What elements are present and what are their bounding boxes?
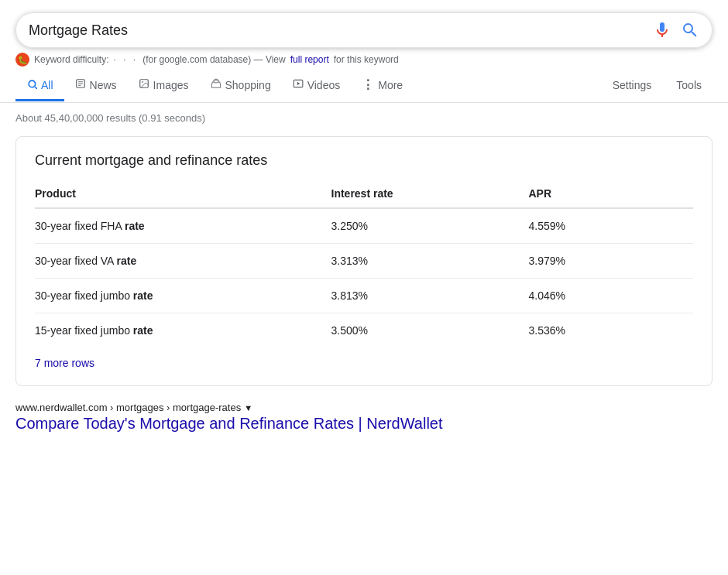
keyword-prefix: Keyword difficulty: xyxy=(34,54,109,65)
mic-icon xyxy=(653,21,671,39)
cell-apr: 3.979% xyxy=(529,244,694,279)
search-button[interactable] xyxy=(681,21,699,39)
tab-images-label: Images xyxy=(153,79,189,91)
cell-interest: 3.313% xyxy=(331,244,529,279)
tab-tools[interactable]: Tools xyxy=(665,71,713,101)
tab-shopping-label: Shopping xyxy=(225,79,271,91)
cell-product: 30-year fixed VA rate xyxy=(35,244,331,279)
table-row: 30-year fixed jumbo rate3.813%4.046% xyxy=(35,279,693,313)
videos-tab-icon xyxy=(293,78,304,91)
tab-right-group: Settings Tools xyxy=(602,71,713,101)
col-product: Product xyxy=(35,181,331,208)
more-tab-icon: ⋮ xyxy=(362,77,374,92)
cell-interest: 3.813% xyxy=(331,279,529,313)
tab-all-label: All xyxy=(41,79,53,91)
result-url-text: www.nerdwallet.com › mortgages › mortgag… xyxy=(15,402,241,413)
svg-marker-7 xyxy=(297,82,300,86)
tab-tools-label: Tools xyxy=(676,79,702,91)
tab-settings[interactable]: Settings xyxy=(602,71,663,101)
images-tab-icon xyxy=(139,78,149,91)
keyword-full-report-link[interactable]: full report xyxy=(290,54,329,65)
cell-product: 30-year fixed jumbo rate xyxy=(35,279,331,313)
result-url: www.nerdwallet.com › mortgages › mortgag… xyxy=(15,402,713,413)
tab-videos-label: Videos xyxy=(307,79,341,91)
table-row: 30-year fixed FHA rate3.250%4.559% xyxy=(35,208,693,244)
search-icons xyxy=(653,21,699,39)
results-count-text: About 45,40,00,000 results (0.91 seconds… xyxy=(15,112,205,124)
mic-button[interactable] xyxy=(653,21,671,39)
rate-card: Current mortgage and refinance rates Pro… xyxy=(15,136,713,386)
table-header-row: Product Interest rate APR xyxy=(35,181,693,208)
tab-news[interactable]: News xyxy=(64,70,128,101)
col-interest-rate: Interest rate xyxy=(331,181,529,208)
table-row: 30-year fixed VA rate3.313%3.979% xyxy=(35,244,693,279)
more-rows-link[interactable]: 7 more rows xyxy=(35,357,94,369)
tab-images[interactable]: Images xyxy=(128,70,200,101)
all-tab-icon xyxy=(26,78,37,91)
cell-apr: 4.559% xyxy=(529,208,694,244)
keyword-middle: (for google.com database) — View xyxy=(143,54,286,65)
tab-all[interactable]: All xyxy=(15,70,64,101)
bug-icon: 🐛 xyxy=(15,53,29,67)
tab-more[interactable]: ⋮ More xyxy=(351,70,414,102)
cell-product: 15-year fixed jumbo rate xyxy=(35,313,331,348)
cell-product: 30-year fixed FHA rate xyxy=(35,208,331,244)
result-title-link[interactable]: Compare Today's Mortgage and Refinance R… xyxy=(15,415,713,433)
search-input[interactable] xyxy=(29,22,653,39)
tab-group: All News Images Shopping xyxy=(15,70,602,102)
result-url-area: www.nerdwallet.com › mortgages › mortgag… xyxy=(0,399,728,436)
svg-point-5 xyxy=(142,81,143,83)
keyword-difficulty-row: 🐛 Keyword difficulty: · · · (for google.… xyxy=(0,48,728,67)
tab-shopping[interactable]: Shopping xyxy=(200,70,282,101)
tab-more-label: More xyxy=(378,79,403,91)
cell-interest: 3.500% xyxy=(331,313,529,348)
cell-apr: 4.046% xyxy=(529,279,694,313)
rate-table: Product Interest rate APR 30-year fixed … xyxy=(35,181,693,347)
tab-news-label: News xyxy=(90,79,117,91)
tab-settings-label: Settings xyxy=(613,79,652,91)
result-url-dropdown-icon[interactable]: ▼ xyxy=(244,403,252,412)
news-tab-icon xyxy=(75,78,86,91)
results-count: About 45,40,00,000 results (0.91 seconds… xyxy=(0,103,728,130)
search-icon xyxy=(681,21,699,39)
col-apr: APR xyxy=(529,181,694,208)
keyword-suffix: for this keyword xyxy=(334,54,399,65)
tab-videos[interactable]: Videos xyxy=(282,70,352,101)
rate-card-title: Current mortgage and refinance rates xyxy=(35,152,693,169)
cell-interest: 3.250% xyxy=(331,208,529,244)
search-box xyxy=(15,12,713,48)
cell-apr: 3.536% xyxy=(529,313,694,348)
shopping-tab-icon xyxy=(211,78,221,91)
table-row: 15-year fixed jumbo rate3.500%3.536% xyxy=(35,313,693,348)
keyword-dots: · · · xyxy=(114,54,139,65)
tabs-row: All News Images Shopping xyxy=(0,70,728,103)
search-bar-area xyxy=(0,0,728,48)
